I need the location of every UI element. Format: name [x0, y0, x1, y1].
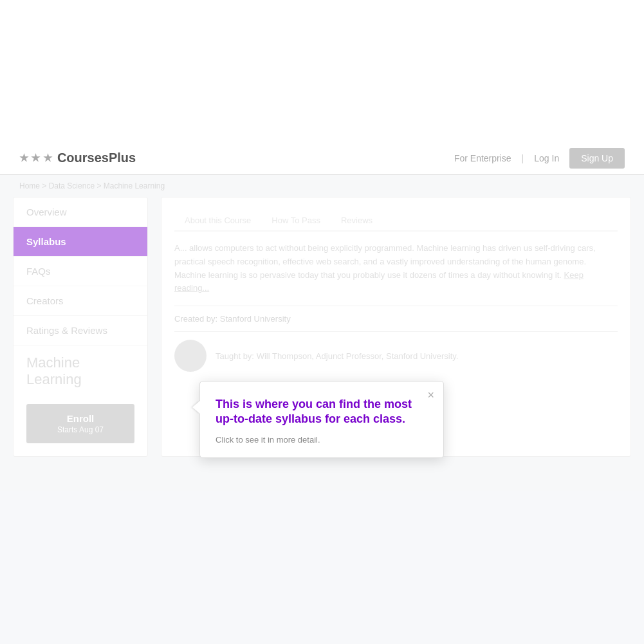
course-tabs: About this Course How To Pass Reviews — [174, 210, 618, 232]
popover-close-button[interactable]: × — [427, 389, 434, 401]
created-by: Created by: Stanford University — [174, 314, 618, 324]
divider-2 — [174, 331, 618, 332]
tab-reviews[interactable]: Reviews — [331, 210, 383, 230]
instructor-avatar — [174, 340, 207, 372]
enterprise-link[interactable]: For Enterprise — [454, 153, 511, 163]
university-name: Stanford University — [220, 314, 291, 324]
sidebar-item-syllabus[interactable]: Syllabus — [14, 227, 147, 257]
tab-how-to-pass[interactable]: How To Pass — [261, 210, 331, 230]
sidebar-enroll: Enroll Starts Aug 07 — [14, 398, 147, 456]
instructor-name: Will Thompson, Adjunct Professor, Stanfo… — [257, 351, 459, 361]
sidebar-item-creators[interactable]: Creators — [14, 286, 147, 316]
logo: ★ ★ ★ CoursesPlus — [19, 151, 136, 165]
enroll-button[interactable]: Enroll Starts Aug 07 — [26, 404, 134, 443]
tab-about[interactable]: About this Course — [174, 210, 261, 230]
instructor-info: Taught by: Will Thompson, Adjunct Profes… — [216, 351, 458, 361]
logo-stars: ★ ★ ★ — [19, 152, 52, 164]
enroll-date: Starts Aug 07 — [35, 425, 125, 434]
enroll-label: Enroll — [35, 413, 125, 424]
logo-brand: CoursesPlus — [57, 151, 136, 165]
sidebar-item-faqs[interactable]: FAQs — [14, 257, 147, 286]
header-nav: For Enterprise | Log In Sign Up — [454, 148, 625, 169]
nav-divider: | — [522, 153, 524, 163]
signup-button[interactable]: Sign Up — [569, 148, 625, 169]
popover: × This is where you can find the most up… — [199, 381, 444, 458]
popover-arrow — [192, 401, 200, 414]
course-description: A... allows computers to act without bei… — [174, 242, 618, 295]
sidebar-item-ratings[interactable]: Ratings & Reviews — [14, 316, 147, 345]
sidebar-item-overview[interactable]: Overview — [14, 198, 147, 227]
divider-1 — [174, 306, 618, 306]
popover-body: Click to see it in more detail. — [216, 435, 428, 445]
login-link[interactable]: Log In — [534, 153, 559, 163]
header: ★ ★ ★ CoursesPlus For Enterprise | Log I… — [0, 142, 644, 175]
instructor-row: Taught by: Will Thompson, Adjunct Profes… — [174, 340, 618, 372]
popover-title: This is where you can find the most up-t… — [216, 397, 428, 427]
breadcrumb: Home > Data Science > Machine Learning — [0, 175, 644, 190]
course-title-sidebar: Machine Learning — [14, 345, 147, 398]
main-area: Home > Data Science > Machine Learning O… — [0, 175, 644, 644]
sidebar: Overview Syllabus FAQs Creators Ratings … — [13, 197, 148, 457]
breadcrumb-text: Home > Data Science > Machine Learning — [19, 181, 165, 190]
